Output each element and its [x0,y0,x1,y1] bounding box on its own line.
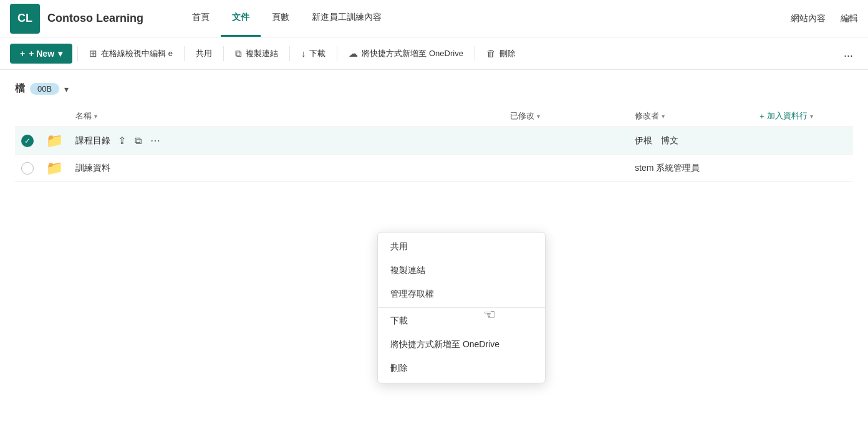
row2-more-button[interactable]: ⋯ [148,160,163,176]
col-header-modified[interactable]: 已修改 ▾ [504,105,629,127]
row2-copy-button[interactable]: ⧉ [132,160,144,176]
row2-checkbox-cell[interactable] [15,155,40,182]
col-modified-label: 已修改 [510,110,534,122]
row1-check-icon: ✓ [21,135,34,147]
nav-links: 首頁 文件 頁數 新進員工訓練內容 [181,0,393,37]
toolbar-onedrive-button[interactable]: ☁ 將快捷方式新增至 OneDrive [342,44,470,63]
toolbar-share-button[interactable]: 共用 [190,44,218,63]
col-header-icon [40,105,69,127]
new-plus-icon: + [20,49,25,59]
row2-icon-cell: 📁 [40,155,69,182]
toolbar: + + New ▾ ⊞ 在格線檢視中編輯 e 共用 ⧉ 複製連結 ↓ 下載 ☁ … [0,37,868,70]
toolbar-more-button[interactable]: ... [839,44,858,62]
add-col-label: 加入資料行 [767,110,808,122]
row1-modified-cell [504,127,629,155]
site-title: Contoso Learning [47,12,143,25]
onedrive-label: 將快捷方式新增至 OneDrive [362,48,463,59]
edit-grid-label: 在格線檢視中編輯 e [101,48,173,59]
col-header-add[interactable]: + 加入資料行 ▾ [753,105,853,127]
grid-icon: ⊞ [89,48,97,59]
row1-extra-cell [753,127,853,155]
toolbar-separator-6 [475,46,475,61]
top-navigation: CL Contoso Learning 首頁 文件 頁數 新進員工訓練內容 網站… [0,0,868,37]
breadcrumb-chevron-icon[interactable]: ▾ [64,84,69,94]
new-button[interactable]: + + New ▾ [10,44,72,64]
row1-name-cell: 課程目錄 ⇪ ⧉ ⋯ [69,127,504,155]
table-row: 📁 訓練資料 ⇪ ⧉ ⋯ stem 系統管理員 [15,155,853,182]
delete-label: 刪除 [499,48,516,59]
row2-modified-cell [504,155,629,182]
row2-name-cell: 訓練資料 ⇪ ⧉ ⋯ [69,155,504,182]
col-name-sort-icon: ▾ [94,113,97,120]
delete-icon: 🗑 [486,48,496,59]
col-header-modifier[interactable]: 修改者 ▾ [629,105,753,127]
table-row: ✓ 📁 課程目錄 ⇪ ⧉ ⋯ [15,127,853,155]
link-icon: ⧉ [235,48,242,59]
download-icon: ↓ [301,48,306,59]
folder-icon: 📁 [46,133,63,148]
new-chevron-icon: ▾ [58,49,62,59]
onedrive-icon: ☁ [349,48,358,59]
nav-pages[interactable]: 頁數 [261,0,301,37]
row2-share-button[interactable]: ⇪ [115,160,128,176]
nav-right: 網站內容 編輯 [791,13,858,24]
col-header-check [15,105,40,127]
row1-name[interactable]: 課程目錄 [75,135,110,146]
toolbar-copy-link-button[interactable]: ⧉ 複製連結 [229,44,284,63]
row2-name[interactable]: 訓練資料 [75,163,110,174]
share-label: 共用 [196,48,212,59]
col-modifier-sort-icon: ▾ [662,113,665,120]
nav-edit[interactable]: 編輯 [841,13,858,24]
toolbar-delete-button[interactable]: 🗑 刪除 [480,44,522,63]
row2-modifier-cell: stem 系統管理員 [629,155,753,182]
row1-actions: ⇪ ⧉ ⋯ [115,132,163,149]
site-logo: CL [10,4,40,34]
row1-icon-cell: 📁 [40,127,69,155]
new-label: + New [29,49,54,59]
content-area: 檔 00B ▾ 名稱 ▾ 已修改 ▾ [0,70,868,194]
toolbar-separator-5 [337,46,337,61]
logo-initials: CL [17,12,32,25]
nav-site-content[interactable]: 網站內容 [791,13,826,24]
toolbar-edit-grid-button[interactable]: ⊞ 在格線檢視中編輯 e [83,44,179,63]
col-name-label: 名稱 [75,110,92,122]
nav-documents[interactable]: 文件 [221,0,261,37]
breadcrumb: 檔 00B ▾ [15,82,853,95]
toolbar-separator-1 [77,46,78,61]
row1-checkbox-cell[interactable]: ✓ [15,127,40,155]
row2-modifier: stem 系統管理員 [635,163,700,173]
col-modifier-label: 修改者 [635,110,659,122]
row1-share-button[interactable]: ⇪ [115,132,128,149]
toolbar-separator-4 [289,46,290,61]
add-col-chevron-icon: ▾ [810,113,813,120]
row1-copy-button[interactable]: ⧉ [132,133,144,149]
download-label: 下載 [309,48,326,59]
row1-modifier-cell: 伊根 博文 [629,127,753,155]
row2-check-icon [21,162,34,175]
toolbar-download-button[interactable]: ↓ 下載 [295,44,332,63]
breadcrumb-prefix: 檔 [15,82,25,95]
copy-link-label: 複製連結 [246,48,278,59]
breadcrumb-tag: 00B [30,83,59,95]
folder-icon: 📁 [46,160,63,176]
nav-training[interactable]: 新進員工訓練內容 [301,0,393,37]
col-header-name[interactable]: 名稱 ▾ [69,105,504,127]
add-col-plus-icon: + [760,112,764,121]
row1-modifier: 伊根 博文 [635,135,678,145]
toolbar-separator-2 [184,46,185,61]
col-modified-sort-icon: ▾ [537,113,540,120]
nav-home[interactable]: 首頁 [181,0,221,37]
row2-extra-cell [753,155,853,182]
file-table: 名稱 ▾ 已修改 ▾ 修改者 ▾ [15,105,853,182]
row1-more-button[interactable]: ⋯ [148,132,163,149]
toolbar-separator-3 [223,46,224,61]
